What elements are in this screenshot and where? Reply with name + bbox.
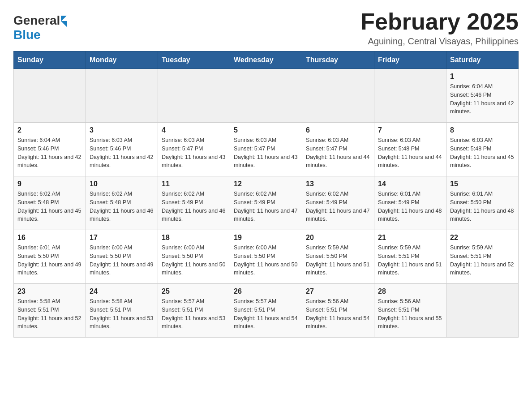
header-saturday: Saturday [446, 51, 519, 69]
day-info: Sunrise: 5:59 AMSunset: 5:50 PMDaylight:… [306, 244, 370, 277]
logo-icon: General Blue [13, 13, 67, 42]
day-info: Sunrise: 5:57 AMSunset: 5:51 PMDaylight:… [162, 297, 226, 331]
calendar-week-5: 23Sunrise: 5:58 AMSunset: 5:51 PMDayligh… [14, 284, 519, 338]
day-info: Sunrise: 6:02 AMSunset: 5:49 PMDaylight:… [162, 190, 226, 223]
day-info: Sunrise: 5:58 AMSunset: 5:51 PMDaylight:… [17, 297, 82, 331]
day-info: Sunrise: 6:04 AMSunset: 5:46 PMDaylight:… [17, 136, 82, 170]
day-info: Sunrise: 6:03 AMSunset: 5:46 PMDaylight:… [90, 136, 154, 170]
logo-general-text: General [13, 13, 60, 28]
calendar-cell: 5Sunrise: 6:03 AMSunset: 5:47 PMDaylight… [230, 123, 302, 176]
calendar-cell [374, 69, 446, 123]
day-number: 5 [234, 126, 298, 134]
day-number: 15 [450, 180, 515, 188]
day-number: 28 [378, 287, 442, 295]
calendar-week-4: 16Sunrise: 6:01 AMSunset: 5:50 PMDayligh… [14, 230, 519, 284]
calendar-cell: 2Sunrise: 6:04 AMSunset: 5:46 PMDaylight… [14, 123, 86, 176]
day-number: 4 [162, 126, 226, 134]
day-number: 20 [306, 234, 370, 242]
calendar-cell: 24Sunrise: 5:58 AMSunset: 5:51 PMDayligh… [86, 284, 158, 338]
calendar-week-2: 2Sunrise: 6:04 AMSunset: 5:46 PMDaylight… [14, 123, 519, 176]
day-info: Sunrise: 6:02 AMSunset: 5:48 PMDaylight:… [17, 190, 82, 223]
calendar-cell [86, 69, 158, 123]
day-info: Sunrise: 6:03 AMSunset: 5:47 PMDaylight:… [234, 136, 298, 170]
day-info: Sunrise: 6:03 AMSunset: 5:47 PMDaylight:… [306, 136, 370, 170]
calendar-cell: 8Sunrise: 6:03 AMSunset: 5:48 PMDaylight… [446, 123, 519, 176]
day-number: 12 [234, 180, 298, 188]
day-number: 25 [162, 287, 226, 295]
day-number: 17 [90, 234, 154, 242]
day-number: 2 [17, 126, 82, 134]
day-number: 6 [306, 126, 370, 134]
day-number: 3 [90, 126, 154, 134]
day-info: Sunrise: 5:59 AMSunset: 5:51 PMDaylight:… [450, 244, 515, 277]
calendar-body: 1Sunrise: 6:04 AMSunset: 5:46 PMDaylight… [14, 69, 519, 338]
calendar-cell: 28Sunrise: 5:56 AMSunset: 5:51 PMDayligh… [374, 284, 446, 338]
day-info: Sunrise: 6:03 AMSunset: 5:47 PMDaylight:… [162, 136, 226, 170]
day-number: 10 [90, 180, 154, 188]
day-info: Sunrise: 6:01 AMSunset: 5:49 PMDaylight:… [378, 190, 442, 223]
calendar-cell: 14Sunrise: 6:01 AMSunset: 5:49 PMDayligh… [374, 176, 446, 230]
calendar-cell: 12Sunrise: 6:02 AMSunset: 5:49 PMDayligh… [230, 176, 302, 230]
day-info: Sunrise: 6:00 AMSunset: 5:50 PMDaylight:… [90, 244, 154, 277]
day-number: 27 [306, 287, 370, 295]
day-info: Sunrise: 6:02 AMSunset: 5:49 PMDaylight:… [306, 190, 370, 223]
header-monday: Monday [86, 51, 158, 69]
page-subtitle: Aguining, Central Visayas, Philippines [360, 36, 519, 47]
calendar-cell: 1Sunrise: 6:04 AMSunset: 5:46 PMDaylight… [446, 69, 519, 123]
day-number: 24 [90, 287, 154, 295]
day-info: Sunrise: 6:01 AMSunset: 5:50 PMDaylight:… [450, 190, 515, 223]
header-friday: Friday [374, 51, 446, 69]
calendar-week-1: 1Sunrise: 6:04 AMSunset: 5:46 PMDaylight… [14, 69, 519, 123]
day-info: Sunrise: 6:00 AMSunset: 5:50 PMDaylight:… [162, 244, 226, 277]
calendar-cell [14, 69, 86, 123]
day-info: Sunrise: 5:57 AMSunset: 5:51 PMDaylight:… [234, 297, 298, 331]
logo-blue-text: Blue [13, 28, 41, 42]
calendar-cell: 16Sunrise: 6:01 AMSunset: 5:50 PMDayligh… [14, 230, 86, 284]
calendar-cell [230, 69, 302, 123]
calendar-cell: 13Sunrise: 6:02 AMSunset: 5:49 PMDayligh… [302, 176, 374, 230]
header-sunday: Sunday [14, 51, 86, 69]
calendar-cell: 9Sunrise: 6:02 AMSunset: 5:48 PMDaylight… [14, 176, 86, 230]
day-number: 16 [17, 234, 82, 242]
calendar-cell: 10Sunrise: 6:02 AMSunset: 5:48 PMDayligh… [86, 176, 158, 230]
page-header: General Blue February 2025 Aguining, Cen… [13, 9, 519, 47]
day-info: Sunrise: 6:00 AMSunset: 5:50 PMDaylight:… [234, 244, 298, 277]
calendar-cell: 20Sunrise: 5:59 AMSunset: 5:50 PMDayligh… [302, 230, 374, 284]
day-info: Sunrise: 5:56 AMSunset: 5:51 PMDaylight:… [378, 297, 442, 331]
calendar-cell: 7Sunrise: 6:03 AMSunset: 5:48 PMDaylight… [374, 123, 446, 176]
calendar-cell: 18Sunrise: 6:00 AMSunset: 5:50 PMDayligh… [158, 230, 230, 284]
day-number: 14 [378, 180, 442, 188]
calendar-week-3: 9Sunrise: 6:02 AMSunset: 5:48 PMDaylight… [14, 176, 519, 230]
day-info: Sunrise: 6:03 AMSunset: 5:48 PMDaylight:… [378, 136, 442, 170]
day-number: 19 [234, 234, 298, 242]
calendar-cell: 4Sunrise: 6:03 AMSunset: 5:47 PMDaylight… [158, 123, 230, 176]
day-number: 13 [306, 180, 370, 188]
calendar-cell: 27Sunrise: 5:56 AMSunset: 5:51 PMDayligh… [302, 284, 374, 338]
calendar-cell: 25Sunrise: 5:57 AMSunset: 5:51 PMDayligh… [158, 284, 230, 338]
calendar-cell [446, 284, 519, 338]
calendar-cell: 23Sunrise: 5:58 AMSunset: 5:51 PMDayligh… [14, 284, 86, 338]
day-info: Sunrise: 5:56 AMSunset: 5:51 PMDaylight:… [306, 297, 370, 331]
calendar-table: Sunday Monday Tuesday Wednesday Thursday… [13, 51, 519, 338]
day-number: 1 [450, 73, 515, 81]
header-row: Sunday Monday Tuesday Wednesday Thursday… [14, 51, 519, 69]
page-title: February 2025 [360, 9, 519, 34]
calendar-cell: 6Sunrise: 6:03 AMSunset: 5:47 PMDaylight… [302, 123, 374, 176]
header-thursday: Thursday [302, 51, 374, 69]
header-wednesday: Wednesday [230, 51, 302, 69]
day-number: 9 [17, 180, 82, 188]
day-info: Sunrise: 5:58 AMSunset: 5:51 PMDaylight:… [90, 297, 154, 331]
day-info: Sunrise: 6:03 AMSunset: 5:48 PMDaylight:… [450, 136, 515, 170]
calendar-cell [302, 69, 374, 123]
header-tuesday: Tuesday [158, 51, 230, 69]
day-info: Sunrise: 6:02 AMSunset: 5:49 PMDaylight:… [234, 190, 298, 223]
calendar-cell: 3Sunrise: 6:03 AMSunset: 5:46 PMDaylight… [86, 123, 158, 176]
calendar-header: Sunday Monday Tuesday Wednesday Thursday… [14, 51, 519, 69]
day-number: 11 [162, 180, 226, 188]
calendar-cell: 22Sunrise: 5:59 AMSunset: 5:51 PMDayligh… [446, 230, 519, 284]
logo: General Blue [13, 13, 67, 42]
day-info: Sunrise: 6:02 AMSunset: 5:48 PMDaylight:… [90, 190, 154, 223]
calendar-cell [158, 69, 230, 123]
calendar-cell: 17Sunrise: 6:00 AMSunset: 5:50 PMDayligh… [86, 230, 158, 284]
day-info: Sunrise: 6:04 AMSunset: 5:46 PMDaylight:… [450, 82, 515, 116]
